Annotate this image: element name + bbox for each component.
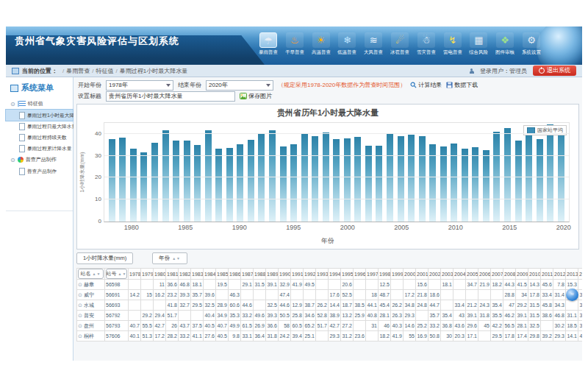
bar-1978[interactable] [109, 139, 115, 222]
bar-2009[interactable] [440, 146, 447, 222]
toolbar-item-rainstorm[interactable]: ☂暴雨普查 [256, 32, 281, 56]
bar-1994[interactable] [280, 146, 287, 222]
value-cell: 17.1 [466, 331, 478, 342]
bar-2005[interactable] [398, 136, 404, 222]
sidebar-group-label: 特征值 [28, 100, 43, 107]
sidebar-item[interactable]: 普查产品制作 [6, 166, 73, 177]
bar-2001[interactable] [354, 137, 361, 222]
bar-2012[interactable] [472, 147, 478, 222]
sidebar-item[interactable]: 暴雨过程累计降水量 [6, 143, 73, 154]
bar-2004[interactable] [387, 134, 393, 222]
bar-1986[interactable] [194, 145, 201, 222]
bar-1996[interactable] [301, 134, 308, 222]
chart-title-input[interactable] [106, 91, 235, 102]
end-year-select[interactable]: 2020年 [206, 80, 273, 91]
year-dimension-header[interactable]: 年份 ▲▼ [152, 252, 187, 264]
value-cell: 34.8 [404, 300, 416, 311]
station-name-cell[interactable]: ⊙水城 [77, 300, 105, 311]
toolbar-item-hail[interactable]: ☄冰雹普查 [387, 32, 412, 56]
row-expander-icon[interactable]: ⊙ [78, 282, 82, 287]
toolbar-item-hightemp[interactable]: ☀高温普查 [309, 32, 334, 56]
bar-2003[interactable] [376, 146, 382, 222]
sort-icons[interactable]: ▲▼ [118, 272, 127, 276]
logout-button[interactable]: 退出系统 [533, 66, 576, 76]
bar-1987[interactable] [205, 130, 212, 222]
bar-1997[interactable] [312, 136, 318, 222]
breadcrumb-separator: / [115, 68, 117, 74]
bar-1984[interactable] [173, 141, 179, 222]
bar-1995[interactable] [290, 144, 297, 222]
expander-icon[interactable]: ⊙ [10, 102, 15, 107]
bar-2006[interactable] [408, 135, 415, 222]
toolbar-item-drought[interactable]: ♨干旱普查 [282, 32, 307, 56]
bar-2016[interactable] [515, 141, 522, 222]
bar-1985[interactable] [184, 141, 190, 222]
search-icon [410, 82, 417, 88]
value-cell: 39.3 [179, 290, 191, 300]
bar-2008[interactable] [429, 144, 436, 222]
start-year-select[interactable]: 1978年 [106, 80, 173, 91]
sidebar-group-0[interactable]: ⊙特征值 [6, 98, 73, 110]
table-tab[interactable]: 1小时降水量(mm) [76, 252, 133, 264]
bar-1999[interactable] [333, 139, 340, 222]
sidebar-item[interactable]: 暴雨过程日最大降水量 [6, 121, 73, 132]
bar-2018[interactable] [537, 139, 543, 222]
value-cell: 17.2 [404, 290, 416, 300]
station-name-cell[interactable]: ⊙赫章 [77, 280, 105, 290]
bar-2007[interactable] [419, 136, 426, 222]
toolbar-item-wind[interactable]: ≋大风普查 [361, 32, 386, 56]
settings-wrench-icon: ⚙ [523, 32, 540, 48]
bar-1983[interactable] [162, 130, 169, 222]
toolbar-item-lightning[interactable]: ↯雷电普查 [440, 32, 465, 56]
toolbar-item-lowtemp[interactable]: ❄低温普查 [334, 32, 359, 56]
row-expander-icon[interactable]: ⊙ [78, 333, 82, 339]
bar-2002[interactable] [365, 146, 372, 222]
bar-1993[interactable] [269, 130, 276, 222]
station-id-header[interactable]: 站号▲▼ [105, 269, 129, 280]
bar-1990[interactable] [237, 144, 243, 222]
bar-2011[interactable] [462, 149, 468, 222]
sort-icons[interactable]: ▲▼ [93, 272, 101, 276]
station-name-cell[interactable]: ⊙桐梓 [77, 331, 105, 342]
breadcrumb-link[interactable]: 暴雨过程1小时最大降水量 [120, 68, 187, 74]
station-name-header[interactable]: 站名▲▼ [77, 269, 105, 280]
expander-icon[interactable]: ⊙ [10, 158, 15, 163]
floating-widget-icon[interactable]: ≈ [566, 289, 578, 301]
bar-1981[interactable] [140, 152, 147, 222]
toolbar-item-settings[interactable]: ⚙系统设置 [519, 32, 544, 56]
station-name-cell[interactable]: ⊙普安 [77, 311, 105, 321]
breadcrumb-link[interactable]: 特征值 [96, 68, 113, 74]
value-cell: 26.3 [391, 311, 404, 321]
sidebar-item[interactable]: 暴雨过程持续天数 [6, 132, 73, 143]
row-expander-icon[interactable]: ⊙ [78, 292, 82, 297]
breadcrumb-link[interactable]: 暴雨普查 [66, 68, 90, 74]
bar-1991[interactable] [248, 140, 254, 222]
bar-2000[interactable] [344, 138, 351, 222]
row-expander-icon[interactable]: ⊙ [78, 302, 82, 308]
toolbar-item-snow[interactable]: ☃雪灾普查 [414, 32, 439, 56]
row-expander-icon[interactable]: ⊙ [78, 313, 82, 318]
bar-1980[interactable] [130, 149, 137, 222]
bar-2013[interactable] [483, 150, 490, 222]
value-cell: 29.3 [553, 331, 566, 342]
bar-2015[interactable] [504, 128, 511, 222]
gridline [104, 155, 569, 156]
calculate-button[interactable]: 计算结果 [410, 81, 442, 89]
row-expander-icon[interactable]: ⊙ [78, 323, 82, 328]
save-image-button[interactable]: 保存图片 [240, 92, 272, 100]
value-cell: 28.9 [216, 300, 229, 311]
value-cell: 19.5 [216, 280, 229, 290]
station-name-cell[interactable]: ⊙威宁 [77, 290, 105, 300]
bar-2020[interactable] [558, 126, 564, 222]
bar-1979[interactable] [119, 138, 126, 222]
bar-1989[interactable] [226, 148, 233, 222]
bar-2019[interactable] [547, 124, 553, 222]
bar-1988[interactable] [215, 149, 222, 222]
toolbar-item-risk[interactable]: ▦综合风险 [466, 32, 491, 56]
download-button[interactable]: 数据下载 [446, 81, 478, 89]
sidebar-group-1[interactable]: ⊙普查产品制作 [6, 154, 73, 166]
document-icon [19, 168, 25, 175]
sidebar-item[interactable]: 暴雨过程1小时最大降水量 [6, 110, 73, 121]
toolbar-item-mapreview[interactable]: ❖图件审核 [492, 32, 517, 56]
station-name-cell[interactable]: ⊙盘州 [77, 321, 105, 331]
